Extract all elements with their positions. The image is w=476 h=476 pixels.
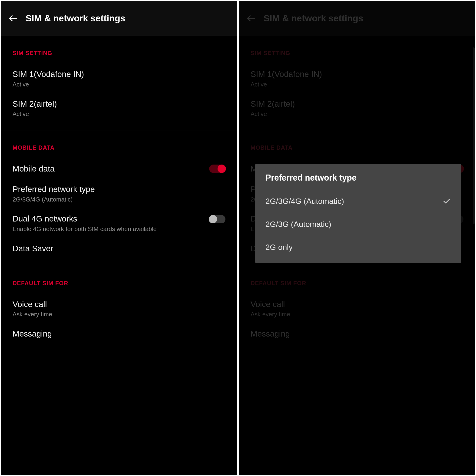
data-saver-title: Data Saver: [13, 243, 221, 254]
preferred-network-dialog: Preferred network type 2G/3G/4G (Automat…: [255, 164, 461, 263]
section-header-mobile: MOBILE DATA: [1, 130, 237, 158]
page-title: SIM & network settings: [26, 13, 125, 23]
voice-call-row[interactable]: Voice call Ask every time: [1, 294, 237, 324]
app-header: SIM & network settings: [1, 1, 237, 36]
dialog-option-label: 2G/3G/4G (Automatic): [265, 197, 344, 206]
sim1-title: SIM 1(Vodafone IN): [13, 69, 221, 79]
section-default-sim: DEFAULT SIM FOR Voice call Ask every tim…: [1, 266, 237, 344]
dialog-title: Preferred network type: [255, 173, 461, 190]
voice-call-value: Ask every time: [13, 310, 221, 318]
section-mobile-data: MOBILE DATA Mobile data Preferred networ…: [1, 130, 237, 266]
dual-4g-row[interactable]: Dual 4G networks Enable 4G network for b…: [1, 208, 237, 238]
dual-4g-desc: Enable 4G network for both SIM cards whe…: [13, 225, 204, 233]
preferred-network-row[interactable]: Preferred network type 2G/3G/4G (Automat…: [1, 179, 237, 209]
dialog-option-2[interactable]: 2G only: [255, 236, 461, 259]
screen-right: SIM & network settings SIM SETTING SIM 1…: [238, 0, 476, 476]
dual-4g-toggle[interactable]: [209, 215, 225, 223]
section-sim: SIM SETTING SIM 1(Vodafone IN) Active SI…: [1, 36, 237, 130]
sim1-status: Active: [13, 81, 221, 88]
sim2-title: SIM 2(airtel): [13, 99, 221, 109]
voice-call-title: Voice call: [13, 299, 221, 309]
screen-left: SIM & network settings SIM SETTING SIM 1…: [0, 0, 238, 476]
preferred-network-value: 2G/3G/4G (Automatic): [13, 196, 221, 204]
check-icon: [442, 197, 451, 205]
sim2-status: Active: [13, 110, 221, 118]
mobile-data-toggle[interactable]: [209, 165, 225, 173]
data-saver-row[interactable]: Data Saver: [1, 238, 237, 259]
section-header-default: DEFAULT SIM FOR: [1, 266, 237, 294]
dialog-option-0[interactable]: 2G/3G/4G (Automatic): [255, 190, 461, 213]
sim2-row[interactable]: SIM 2(airtel) Active: [1, 94, 237, 123]
mobile-data-row[interactable]: Mobile data: [1, 158, 237, 179]
dialog-option-label: 2G/3G (Automatic): [265, 220, 331, 229]
preferred-network-title: Preferred network type: [13, 184, 221, 194]
dialog-option-1[interactable]: 2G/3G (Automatic): [255, 213, 461, 236]
mobile-data-title: Mobile data: [13, 164, 204, 174]
section-header-sim: SIM SETTING: [1, 36, 237, 64]
messaging-title: Messaging: [13, 329, 221, 339]
dual-4g-title: Dual 4G networks: [13, 214, 204, 224]
back-icon[interactable]: [8, 13, 18, 23]
messaging-row[interactable]: Messaging: [1, 323, 237, 344]
sim1-row[interactable]: SIM 1(Vodafone IN) Active: [1, 64, 237, 94]
dialog-option-label: 2G only: [265, 243, 293, 252]
